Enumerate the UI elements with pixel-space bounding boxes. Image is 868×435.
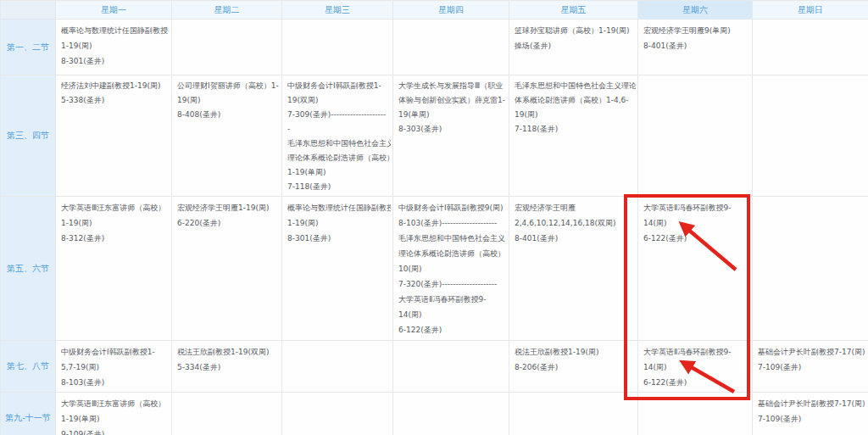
course-line: 大学生成长与发展指导Ⅲ（职业 bbox=[398, 79, 507, 93]
course-line: 8-301(圣井) bbox=[61, 53, 170, 69]
course-line: 8-301(圣井) bbox=[287, 231, 391, 246]
schedule-cell: 大学英语Ⅱ冯春环副教授9-14(周)6-122(圣井) bbox=[638, 197, 753, 341]
course-line: 14(周) bbox=[643, 360, 750, 375]
empty-cell bbox=[282, 20, 393, 75]
empty-cell bbox=[753, 20, 868, 75]
timetable-header: 星期一星期二星期三星期四星期五星期六星期日 bbox=[1, 1, 868, 20]
course-line: 8-312(圣井) bbox=[61, 231, 170, 246]
empty-cell bbox=[638, 75, 753, 197]
empty-cell bbox=[753, 75, 868, 197]
course-line: 大学英语Ⅱ冯春环副教授9- bbox=[398, 292, 507, 307]
course-line: 6-122(圣井) bbox=[643, 375, 750, 390]
period-row: 第九-十一节大学英语Ⅲ汪东富讲师（高校）1-19(单周)9-109(圣井)基础会… bbox=[1, 393, 868, 435]
course-line: 8-408(圣井) bbox=[177, 108, 280, 122]
course-line: 中级财务会计Ⅰ韩跃副教授1- bbox=[287, 79, 391, 93]
empty-cell bbox=[393, 393, 509, 435]
course-line: 大学英语Ⅱ冯春环副教授9- bbox=[643, 200, 750, 215]
course-line: 税法王欣副教授1-19(双周) bbox=[177, 344, 280, 360]
course-line: 1-19(周) bbox=[61, 215, 170, 231]
schedule-cell: 宏观经济学王明雁2,4,6,10,12,14,16,18(双周)8-401(圣井… bbox=[509, 197, 638, 341]
schedule-cell: 概率论与数理统计任国静副教授1-19(周)8-301(圣井) bbox=[282, 197, 393, 341]
schedule-cell: 篮球孙宝聪讲师（高校）1-19(周)操场(圣井) bbox=[509, 20, 638, 75]
course-line: 大学英语Ⅲ汪东富讲师（高校） bbox=[61, 396, 170, 411]
course-line: 7-309(圣井)-------------------- bbox=[287, 108, 391, 122]
course-line: 8-401(圣井) bbox=[515, 231, 636, 246]
schedule-cell: 大学英语Ⅲ汪东富讲师（高校）1-19(周)8-312(圣井) bbox=[56, 197, 172, 341]
course-line: 6-122(圣井) bbox=[643, 231, 750, 246]
course-line: 7-118(圣井) bbox=[287, 180, 391, 194]
course-line: 6-122(圣井) bbox=[398, 322, 507, 337]
empty-cell bbox=[393, 341, 509, 393]
schedule-cell: 宏观经济学王明雁1-19(周)6-220(圣井) bbox=[172, 197, 282, 341]
schedule-cell: 基础会计尹长叶副教授7-17(周)7-109(圣井) bbox=[753, 341, 868, 393]
period-row: 第五、六节大学英语Ⅲ汪东富讲师（高校）1-19(周)8-312(圣井)宏观经济学… bbox=[1, 197, 868, 341]
period-label: 第一、二节 bbox=[1, 20, 56, 75]
course-line: 公司理财Ⅰ贺丽讲师（高校）1- bbox=[177, 79, 280, 93]
course-line: - bbox=[287, 122, 391, 137]
course-line: 毛泽东思想和中国特色社会主义 bbox=[287, 137, 391, 151]
course-line: 8-103(圣井)-------------------- bbox=[398, 215, 507, 231]
schedule-cell: 基础会计尹长叶副教授7-17(周)7-109(圣井) bbox=[753, 393, 868, 435]
course-line: 理论体系概论尉浩讲师（高校） bbox=[398, 246, 507, 261]
period-row: 第一、二节概率论与数理统计任国静副教授1-19(周)8-301(圣井)篮球孙宝聪… bbox=[1, 20, 868, 75]
schedule-cell: 大学生成长与发展指导Ⅲ（职业体验与创新创业实践）薛克雷1-19(单周)8-303… bbox=[393, 75, 509, 197]
course-line: 税法王欣副教授1-19(周) bbox=[515, 344, 636, 360]
timetable-page: 星期一星期二星期三星期四星期五星期六星期日 第一、二节概率论与数理统计任国静副教… bbox=[0, 0, 868, 435]
course-line: 2,4,6,10,12,14,16,18(双周) bbox=[515, 215, 636, 231]
day-header-1[interactable]: 星期一 bbox=[56, 1, 172, 20]
course-line: 8-401(圣井) bbox=[643, 38, 750, 53]
period-label: 第五、六节 bbox=[1, 197, 56, 341]
day-header-3[interactable]: 星期三 bbox=[282, 1, 393, 20]
course-line: 9-109(圣井) bbox=[61, 427, 170, 435]
course-line: 毛泽东思想和中国特色社会主义理论 bbox=[515, 79, 636, 93]
schedule-cell: 税法王欣副教授1-19(周)8-206(圣井) bbox=[509, 341, 638, 393]
course-line: 10(周) bbox=[398, 261, 507, 276]
day-header-5[interactable]: 星期五 bbox=[509, 1, 638, 20]
course-line: 19(单周) bbox=[398, 108, 507, 122]
schedule-cell: 公司理财Ⅰ贺丽讲师（高校）1-19(周)8-408(圣井) bbox=[172, 75, 282, 197]
course-line: 19(双周) bbox=[287, 93, 391, 108]
course-line: 毛泽东思想和中国特色社会主义 bbox=[398, 231, 507, 246]
course-line: 1-19(单周) bbox=[61, 411, 170, 427]
course-line: 8-303(圣井) bbox=[398, 122, 507, 137]
course-line: 19(周) bbox=[515, 108, 636, 122]
empty-cell bbox=[393, 20, 509, 75]
schedule-cell: 中级财务会计Ⅰ韩跃副教授1-5,7-19(周)8-103(圣井) bbox=[56, 341, 172, 393]
course-line: 5-334(圣井) bbox=[177, 360, 280, 375]
day-header-2[interactable]: 星期二 bbox=[172, 1, 282, 20]
empty-cell bbox=[638, 393, 753, 435]
empty-cell bbox=[172, 393, 282, 435]
course-line: 6-220(圣井) bbox=[177, 215, 280, 231]
course-line: 体验与创新创业实践）薛克雷1- bbox=[398, 93, 507, 108]
course-line: 经济法刘中建副教授1-19(周) bbox=[61, 79, 170, 93]
course-line: 14(周) bbox=[398, 307, 507, 322]
course-line: 1-19(周) bbox=[61, 38, 170, 53]
empty-cell bbox=[282, 341, 393, 393]
schedule-cell: 中级财务会计Ⅰ韩跃副教授9(周)8-103(圣井)---------------… bbox=[393, 197, 509, 341]
timetable: 星期一星期二星期三星期四星期五星期六星期日 第一、二节概率论与数理统计任国静副教… bbox=[0, 0, 868, 435]
course-line: 宏观经济学王明雁 bbox=[515, 200, 636, 215]
course-line: 中级财务会计Ⅰ韩跃副教授1- bbox=[61, 344, 170, 360]
course-line: 宏观经济学王明雁9(单周) bbox=[643, 23, 750, 38]
schedule-cell: 大学英语Ⅲ汪东富讲师（高校）1-19(单周)9-109(圣井) bbox=[56, 393, 172, 435]
day-header-6[interactable]: 星期六 bbox=[638, 1, 753, 20]
course-line: 7-118(圣井) bbox=[515, 122, 636, 137]
course-line: 5-338(圣井) bbox=[61, 93, 170, 108]
period-label: 第三、四节 bbox=[1, 75, 56, 197]
course-line: 7-109(圣井) bbox=[758, 360, 866, 375]
course-line: 概率论与数理统计任国静副教授 bbox=[61, 23, 170, 38]
course-line: 19(周) bbox=[177, 93, 280, 108]
period-row: 第七、八节中级财务会计Ⅰ韩跃副教授1-5,7-19(周)8-103(圣井)税法王… bbox=[1, 341, 868, 393]
schedule-cell: 概率论与数理统计任国静副教授1-19(周)8-301(圣井) bbox=[56, 20, 172, 75]
empty-cell bbox=[172, 20, 282, 75]
course-line: 大学英语Ⅲ汪东富讲师（高校） bbox=[61, 200, 170, 215]
course-line: 1-19(周) bbox=[287, 215, 391, 231]
timetable-body: 第一、二节概率论与数理统计任国静副教授1-19(周)8-301(圣井)篮球孙宝聪… bbox=[1, 20, 868, 435]
course-line: 8-206(圣井) bbox=[515, 360, 636, 375]
schedule-cell: 宏观经济学王明雁9(单周)8-401(圣井) bbox=[638, 20, 753, 75]
course-line: 宏观经济学王明雁1-19(周) bbox=[177, 200, 280, 215]
day-header-4[interactable]: 星期四 bbox=[393, 1, 509, 20]
period-label: 第七、八节 bbox=[1, 341, 56, 393]
course-line: 体系概论尉浩讲师（高校）1-4,6- bbox=[515, 93, 636, 108]
day-header-7[interactable]: 星期日 bbox=[753, 1, 868, 20]
